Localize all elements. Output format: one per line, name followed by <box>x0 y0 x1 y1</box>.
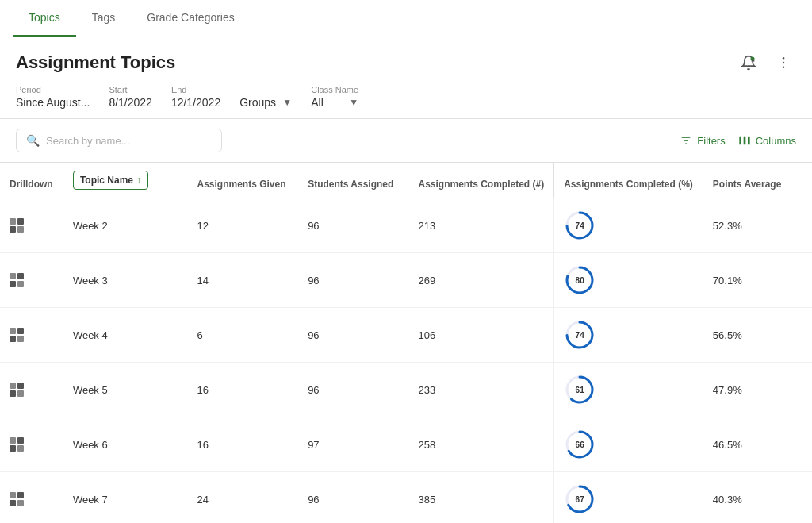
data-table: Drilldown Topic Name ↑ Assignments Given… <box>0 163 812 523</box>
drilldown-cell[interactable] <box>0 253 63 308</box>
header-section: Assignment Topics + <box>0 37 812 119</box>
svg-point-5 <box>783 67 785 69</box>
drilldown-cell[interactable] <box>0 417 63 472</box>
table-header-row: Drilldown Topic Name ↑ Assignments Given… <box>0 163 812 198</box>
completed-num-cell: 385 <box>408 472 553 524</box>
table-row: Week 6 16 97 258 66 46.5% <box>0 417 812 472</box>
col-header-points-avg: Points Average <box>703 163 812 198</box>
topic-name-cell: Week 4 <box>63 308 188 363</box>
sort-icon: ↑ <box>136 175 141 186</box>
table-container: Drilldown Topic Name ↑ Assignments Given… <box>0 163 812 523</box>
assignments-given-cell: 14 <box>187 253 298 308</box>
svg-rect-9 <box>739 137 741 145</box>
drilldown-cell[interactable] <box>0 308 63 363</box>
col-header-completed-num: Assignments Completed (#) <box>408 163 553 198</box>
filters-label: Filters <box>697 135 725 147</box>
assignments-given-cell: 6 <box>187 308 298 363</box>
completed-pct-cell: 67 <box>554 472 703 524</box>
completed-pct-cell: 66 <box>554 417 703 472</box>
search-input-wrap: 🔍 <box>16 129 222 152</box>
header-top: Assignment Topics + <box>16 50 796 75</box>
completed-num-cell: 106 <box>408 308 553 363</box>
groups-label <box>239 85 292 94</box>
end-value[interactable]: 12/1/2022 <box>171 96 220 109</box>
tab-topics[interactable]: Topics <box>13 0 76 37</box>
topic-name-cell: Week 5 <box>63 363 188 417</box>
completed-pct-cell: 74 <box>554 198 703 253</box>
end-filter: End 12/1/2022 <box>171 85 220 109</box>
col-header-completed-pct: Assignments Completed (%) <box>554 163 703 198</box>
points-avg-cell: 40.3% <box>703 472 812 524</box>
top-nav: Topics Tags Grade Categories <box>0 0 812 37</box>
filters-row: Period Since August... Start 8/1/2022 En… <box>16 85 796 109</box>
table-body: Week 2 12 96 213 74 52.3% Week 3 14 96 2… <box>0 198 812 524</box>
assignments-given-cell: 12 <box>187 198 298 253</box>
completed-num-cell: 233 <box>408 363 553 417</box>
class-select-wrap: All ▼ <box>311 96 358 109</box>
start-filter: Start 8/1/2022 <box>109 85 152 109</box>
table-row: Week 7 24 96 385 67 40.3% <box>0 472 812 524</box>
svg-point-3 <box>783 57 785 60</box>
more-options-button[interactable] <box>771 50 796 75</box>
students-assigned-cell: 97 <box>298 417 408 472</box>
drilldown-cell[interactable] <box>0 472 63 524</box>
svg-point-4 <box>783 62 785 64</box>
period-label: Period <box>16 85 90 94</box>
start-value[interactable]: 8/1/2022 <box>109 96 152 109</box>
col-header-topic-name[interactable]: Topic Name ↑ <box>63 163 188 198</box>
columns-button[interactable]: Columns <box>738 134 796 147</box>
assignments-given-cell: 16 <box>187 363 298 417</box>
svg-rect-10 <box>743 137 745 145</box>
tab-tags[interactable]: Tags <box>76 0 132 37</box>
class-select[interactable]: All <box>311 96 339 109</box>
columns-label: Columns <box>756 135 796 147</box>
period-value[interactable]: Since August... <box>16 96 90 109</box>
points-avg-cell: 56.5% <box>703 308 812 363</box>
col-header-assignments-given: Assignments Given <box>187 163 298 198</box>
completed-pct-cell: 80 <box>554 253 703 308</box>
completed-num-cell: 269 <box>408 253 553 308</box>
table-row: Week 4 6 96 106 74 56.5% <box>0 308 812 363</box>
assignments-given-cell: 24 <box>187 472 298 524</box>
filters-button[interactable]: Filters <box>680 134 725 147</box>
class-arrow-icon: ▼ <box>349 97 358 108</box>
topic-name-cell: Week 3 <box>63 253 188 308</box>
points-avg-cell: 52.3% <box>703 198 812 253</box>
groups-select[interactable]: Groups <box>239 96 292 109</box>
students-assigned-cell: 96 <box>298 253 408 308</box>
class-filter: Class Name All ▼ <box>311 85 358 109</box>
class-label: Class Name <box>311 85 358 94</box>
table-row: Week 2 12 96 213 74 52.3% <box>0 198 812 253</box>
students-assigned-cell: 96 <box>298 363 408 417</box>
col-header-students-assigned: Students Assigned <box>298 163 408 198</box>
header-actions: + <box>736 50 796 75</box>
topic-name-cell: Week 6 <box>63 417 188 472</box>
notification-button[interactable]: + <box>736 50 761 75</box>
students-assigned-cell: 96 <box>298 308 408 363</box>
table-row: Week 5 16 96 233 61 47.9% <box>0 363 812 417</box>
table-row: Week 3 14 96 269 80 70.1% <box>0 253 812 308</box>
assignments-given-cell: 16 <box>187 417 298 472</box>
completed-num-cell: 213 <box>408 198 553 253</box>
svg-rect-11 <box>748 137 750 145</box>
topic-name-cell: Week 2 <box>63 198 188 253</box>
students-assigned-cell: 96 <box>298 472 408 524</box>
groups-select-wrap: Groups ▼ <box>239 96 292 109</box>
completed-pct-cell: 61 <box>554 363 703 417</box>
search-input[interactable] <box>46 135 212 147</box>
drilldown-cell[interactable] <box>0 363 63 417</box>
col-header-drilldown: Drilldown <box>0 163 63 198</box>
students-assigned-cell: 96 <box>298 198 408 253</box>
points-avg-cell: 46.5% <box>703 417 812 472</box>
completed-num-cell: 258 <box>408 417 553 472</box>
groups-filter: Groups ▼ <box>239 85 292 109</box>
search-bar-right: Filters Columns <box>680 134 796 147</box>
search-icon: 🔍 <box>26 134 40 147</box>
tab-grade-categories[interactable]: Grade Categories <box>131 0 251 37</box>
topic-name-cell: Week 7 <box>63 472 188 524</box>
drilldown-cell[interactable] <box>0 198 63 253</box>
period-filter: Period Since August... <box>16 85 90 109</box>
points-avg-cell: 70.1% <box>703 253 812 308</box>
app-container: Topics Tags Grade Categories Assignment … <box>0 0 812 523</box>
search-bar: 🔍 Filters Columns <box>0 119 812 163</box>
